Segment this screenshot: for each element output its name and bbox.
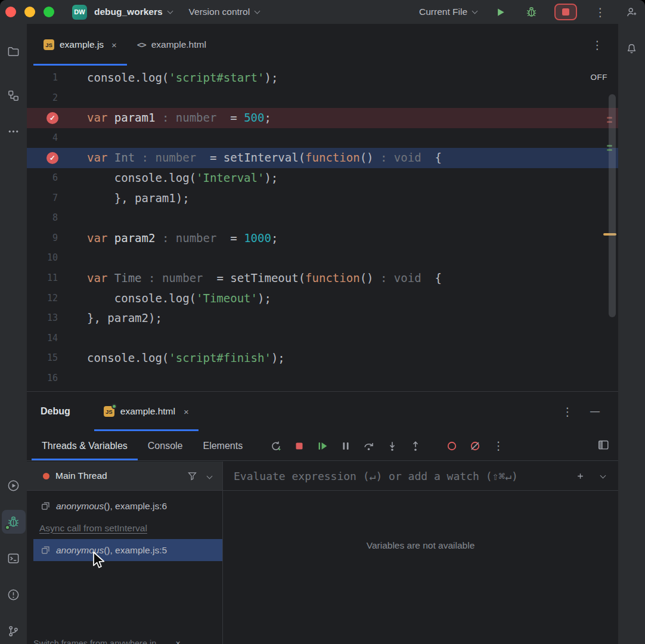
- project-toolwindow-button[interactable]: [2, 39, 26, 63]
- pause-button[interactable]: [338, 438, 353, 454]
- code-token: (): [360, 151, 380, 164]
- editor-scrollbar[interactable]: [609, 94, 616, 317]
- debug-more-button[interactable]: ⋮: [491, 438, 506, 454]
- debug-panel-title: Debug: [41, 406, 70, 417]
- tab-elements[interactable]: Elements: [193, 431, 253, 460]
- debug-options-button[interactable]: ⋮: [560, 404, 575, 419]
- step-into-button[interactable]: [384, 438, 400, 454]
- code-line-4[interactable]: 4: [27, 128, 618, 148]
- debug-button[interactable]: [523, 4, 539, 20]
- gutter[interactable]: 10: [27, 248, 58, 268]
- code-line-14[interactable]: 14: [27, 329, 618, 349]
- code-text: var param1 : number = 500;: [87, 108, 271, 128]
- notifications-button[interactable]: [624, 41, 640, 56]
- expand-watches-button[interactable]: [596, 469, 610, 483]
- stack-frame-row[interactable]: anonymous(), example.js:5: [33, 539, 222, 561]
- tab-console[interactable]: Console: [138, 431, 193, 460]
- close-tab-icon[interactable]: ×: [111, 40, 117, 50]
- code-line-3[interactable]: ✓var param1 : number = 500;: [27, 108, 618, 128]
- tab-threads-variables[interactable]: Threads & Variables: [32, 431, 138, 460]
- code-with-me-button[interactable]: [624, 4, 639, 20]
- async-frame-label: Async call from setInterval: [39, 523, 147, 534]
- code-line-2[interactable]: 2: [27, 88, 618, 109]
- gutter[interactable]: 1: [27, 68, 58, 88]
- gutter[interactable]: 6: [27, 168, 58, 188]
- gutter[interactable]: 13: [27, 308, 58, 329]
- code-line-9[interactable]: 9var param2 : number = 1000;: [27, 228, 618, 249]
- resume-button[interactable]: [315, 438, 330, 454]
- close-session-icon[interactable]: ×: [184, 407, 189, 417]
- filter-frames-button[interactable]: [185, 469, 199, 483]
- rerun-button[interactable]: [268, 438, 284, 454]
- tab-example-js[interactable]: JS example.js ×: [33, 24, 127, 66]
- evaluate-expression-input[interactable]: [232, 469, 565, 483]
- tab-options-button[interactable]: ⋮: [590, 37, 605, 52]
- run-configuration-selector[interactable]: Current File: [419, 7, 477, 17]
- gutter[interactable]: 14: [27, 329, 58, 349]
- hide-panel-button[interactable]: —: [587, 404, 603, 419]
- view-breakpoints-button[interactable]: [444, 438, 460, 454]
- gutter[interactable]: 9: [27, 228, 58, 249]
- debug-session-tab[interactable]: JS example.html ×: [94, 392, 199, 431]
- code-line-1[interactable]: 1console.log('script#start');: [27, 68, 618, 88]
- code-editor[interactable]: 1console.log('script#start');2✓var param…: [27, 66, 618, 391]
- breakpoint-icon[interactable]: ✓: [46, 112, 58, 124]
- gutter[interactable]: 15: [27, 348, 58, 369]
- code-line-10[interactable]: 10: [27, 248, 618, 268]
- fullscreen-window-button[interactable]: [44, 7, 54, 17]
- run-button[interactable]: [492, 4, 508, 20]
- gutter[interactable]: ✓: [27, 108, 58, 128]
- close-window-button[interactable]: [5, 7, 16, 17]
- tab-example-html[interactable]: <> example.html: [127, 24, 216, 66]
- async-frame-row[interactable]: Async call from setInterval: [33, 517, 222, 539]
- gutter[interactable]: 7: [27, 188, 58, 209]
- services-toolwindow-button[interactable]: [2, 473, 26, 497]
- stack-frame-row[interactable]: anonymous(), example.js:6: [33, 495, 222, 517]
- line-number: 2: [52, 92, 58, 103]
- code-line-5[interactable]: ✓var Int : number = setInterval(function…: [27, 148, 618, 168]
- mute-breakpoints-button[interactable]: [467, 438, 483, 454]
- thread-status-icon: [43, 473, 49, 479]
- project-selector[interactable]: debug_workers: [94, 7, 172, 17]
- code-line-7[interactable]: 7 }, param1);: [27, 188, 618, 209]
- code-line-13[interactable]: 13}, param2);: [27, 308, 618, 329]
- code-line-6[interactable]: 6 console.log('Interval');: [27, 168, 618, 188]
- gutter[interactable]: 11: [27, 268, 58, 289]
- step-out-button[interactable]: [408, 438, 423, 454]
- more-toolwindows-button[interactable]: [2, 119, 26, 143]
- problems-toolwindow-button[interactable]: [2, 583, 26, 606]
- more-actions-button[interactable]: ⋮: [593, 4, 608, 20]
- code-line-8[interactable]: 8: [27, 208, 618, 228]
- gutter[interactable]: 4: [27, 128, 58, 148]
- stop-button[interactable]: [554, 4, 577, 20]
- dismiss-hint-icon[interactable]: ×: [175, 639, 180, 644]
- structure-toolwindow-button[interactable]: [2, 83, 26, 107]
- stop-session-button[interactable]: [292, 438, 307, 454]
- vcs-menu[interactable]: Version control: [189, 7, 260, 17]
- terminal-toolwindow-button[interactable]: [2, 546, 26, 570]
- add-watch-button[interactable]: [573, 469, 587, 483]
- thread-selector[interactable]: Main Thread: [27, 462, 222, 491]
- chevron-down-icon[interactable]: [207, 473, 213, 479]
- code-line-16[interactable]: 16: [27, 369, 618, 389]
- code-line-11[interactable]: 11var Time : number = setTimeout(functio…: [27, 268, 618, 289]
- step-over-button[interactable]: [361, 438, 377, 454]
- code-token: : void: [380, 271, 421, 284]
- minimize-window-button[interactable]: [24, 7, 35, 17]
- left-toolwindow-stripe: [0, 24, 27, 644]
- debug-toolwindow-button[interactable]: [2, 510, 26, 534]
- code-token: (): [360, 271, 380, 284]
- breakpoint-icon[interactable]: ✓: [46, 152, 58, 164]
- gutter[interactable]: 2: [27, 88, 58, 109]
- version-control-toolwindow-button[interactable]: [2, 619, 26, 643]
- code-line-12[interactable]: 12 console.log('Timeout');: [27, 289, 618, 309]
- code-token: ;: [264, 111, 271, 124]
- gutter[interactable]: ✓: [27, 148, 58, 168]
- code-token: [142, 271, 148, 284]
- layout-settings-button[interactable]: [596, 438, 611, 454]
- gutter[interactable]: 8: [27, 208, 58, 228]
- code-line-15[interactable]: 15console.log('script#finish');: [27, 348, 618, 369]
- plus-icon: [575, 470, 586, 482]
- gutter[interactable]: 12: [27, 289, 58, 309]
- gutter[interactable]: 16: [27, 369, 58, 389]
